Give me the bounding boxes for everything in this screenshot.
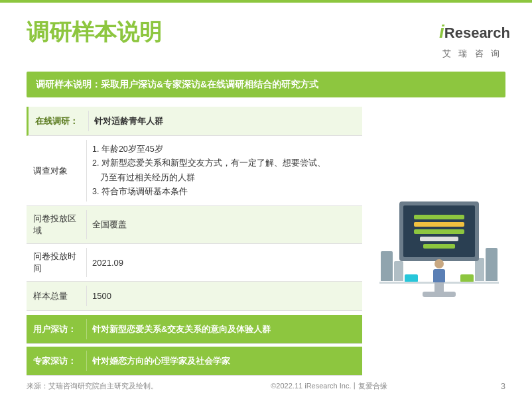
cell-value: 2021.09 [87,244,362,281]
green-bar-text: 调研样本说明：采取用户深访&专家深访&在线调研相结合的研究方式 [36,79,318,89]
illustration-area [373,107,505,376]
table-row: 样本总量 1500 [27,282,362,311]
building-left-2 [394,261,403,281]
cell-label: 问卷投放区域 [27,206,86,243]
logo-i: i [439,21,444,42]
cell-value: 1500 [87,282,362,310]
table-row: 用户深访： 针对新型恋爱关系&交友关系的意向及体验人群 [27,315,362,344]
monitor-body [399,201,479,261]
monitor-screen [403,205,475,257]
cell-label: 调查对象 [27,136,86,205]
cell-value: 1. 年龄20岁至45岁 2. 对新型恋爱关系和新型交友方式，有一定了解、想要尝… [87,136,362,205]
cell-value: 全国覆盖 [87,206,362,243]
page-title: 调研样本说明 [27,19,162,46]
table-row: 调查对象 1. 年龄20岁至45岁 2. 对新型恋爱关系和新型交友方式，有一定了… [27,136,362,206]
cell-label: 在线调研： [29,107,88,135]
survey-line-2: 2. 对新型恋爱关系和新型交友方式，有一定了解、想要尝试、 [92,156,326,170]
table-row: 问卷投放时间 2021.09 [27,244,362,282]
building-right-2 [475,258,484,281]
table-area: 在线调研： 针对适龄青年人群 调查对象 1. 年龄20岁至45岁 2. 对新型恋… [27,107,362,376]
cell-label: 问卷投放时间 [27,244,86,281]
top-border-accent [0,0,532,3]
footer-copyright: ©2022.11 iResearch Inc.丨复爱合缘 [271,381,387,391]
survey-line-2b: 乃至有过相关经历的人群 [92,171,195,185]
building-left-1 [381,251,393,281]
logo-area: iResearch 艾 瑞 咨 询 [439,21,505,60]
building-right-1 [486,248,498,281]
logo-icon: iResearch [439,21,505,46]
cell-label: 专家深访： [27,347,86,375]
screen-line-green2 [414,229,465,234]
footer-source: 来源：艾瑞咨询研究院自主研究及绘制。 [27,381,158,391]
cell-label: 用户深访： [27,315,86,343]
desktop-illustration [379,195,499,301]
screen-line-green3 [423,244,455,249]
logo-cn: 艾 瑞 咨 询 [442,48,503,60]
header: 调研样本说明 iResearch 艾 瑞 咨 询 [27,19,505,60]
footer: 来源：艾瑞咨询研究院自主研究及绘制。 ©2022.11 iResearch In… [27,381,505,391]
cell-value: 针对适龄青年人群 [89,107,362,135]
table-row: 专家深访： 针对婚恋方向的心理学家及社会学家 [27,347,362,376]
screen-line-green [414,215,465,219]
monitor-base [423,292,456,297]
logo-research: Research [444,25,510,41]
content-area: 在线调研： 针对适龄青年人群 调查对象 1. 年龄20岁至45岁 2. 对新型恋… [27,107,505,376]
green-header-bar: 调研样本说明：采取用户深访&专家深访&在线调研相结合的研究方式 [27,72,505,97]
screen-line-white [420,237,458,241]
table-row: 在线调研： 针对适龄青年人群 [27,107,362,136]
person-head [434,259,444,268]
page-number: 3 [501,381,505,391]
screen-line-yellow [414,222,465,227]
survey-line-3: 3. 符合市场调研基本条件 [92,185,188,199]
person-body [433,269,445,282]
cell-label: 样本总量 [27,282,86,310]
table-row: 问卷投放区域 全国覆盖 [27,206,362,244]
cell-value: 针对新型恋爱关系&交友关系的意向及体验人群 [87,315,362,343]
person-silhouette [433,259,445,282]
page: 调研样本说明 iResearch 艾 瑞 咨 询 调研样本说明：采取用户深访&专… [0,0,532,399]
survey-line-1: 1. 年龄20岁至45岁 [92,142,163,156]
cell-value: 针对婚恋方向的心理学家及社会学家 [87,347,362,375]
